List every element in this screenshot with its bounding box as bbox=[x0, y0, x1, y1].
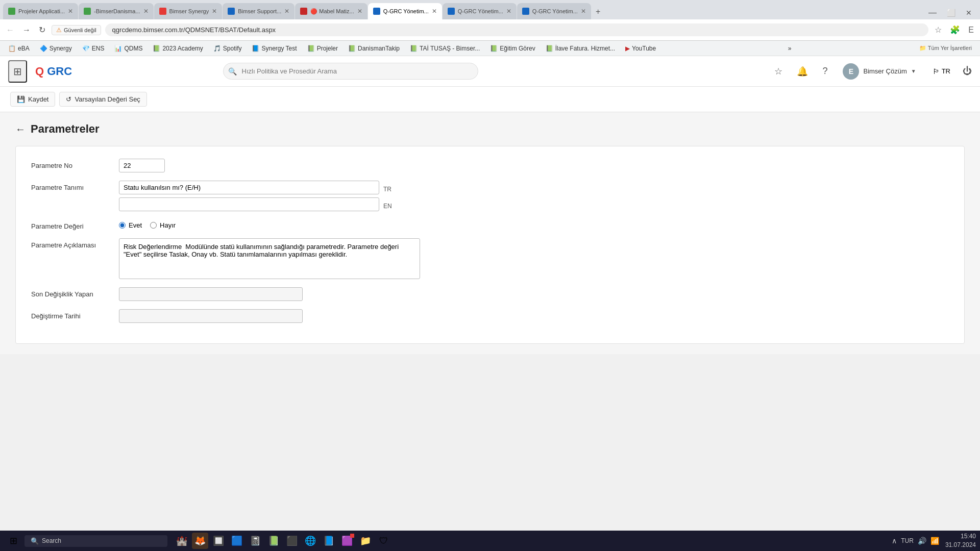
taskbar-network-icon[interactable]: 📶 bbox=[930, 537, 939, 545]
param-no-input[interactable] bbox=[119, 159, 165, 172]
tab-qgrc-2[interactable]: Q-GRC Yönetim... ✕ bbox=[443, 3, 517, 19]
radio-hayir-label[interactable]: Hayır bbox=[150, 221, 176, 229]
taskbar-clock[interactable]: 15:40 31.07.2024 bbox=[945, 532, 976, 549]
bookmark-star-button[interactable]: ☆ bbox=[933, 23, 944, 37]
user-profile[interactable]: E Bimser Çözüm ▼ bbox=[839, 61, 920, 82]
radio-evet-text: Evet bbox=[129, 221, 142, 229]
taskbar-app-teams[interactable]: 🟦 bbox=[229, 533, 245, 549]
minimize-button[interactable]: — bbox=[924, 6, 941, 19]
tab-close-icon[interactable]: ✕ bbox=[143, 8, 149, 15]
tab-close-icon[interactable]: ✕ bbox=[212, 8, 217, 15]
restore-button[interactable]: ⬜ bbox=[943, 7, 960, 19]
tab-close-icon[interactable]: ✕ bbox=[68, 8, 73, 15]
radio-hayir-input[interactable] bbox=[150, 222, 157, 229]
default-value-button[interactable]: ↺ Varsayılan Değeri Seç bbox=[59, 92, 146, 107]
extension-button[interactable]: 🧩 bbox=[948, 23, 962, 37]
security-badge: ⚠ Güvenli değil bbox=[52, 25, 101, 35]
page-toolbar: 💾 Kaydet ↺ Varsayılan Değeri Seç bbox=[0, 87, 980, 112]
save-button[interactable]: 💾 Kaydet bbox=[10, 92, 55, 107]
bookmark-youtube[interactable]: ▶ YouTube bbox=[621, 44, 660, 53]
tab-projeler[interactable]: Projeler Applicati... ✕ bbox=[3, 3, 78, 19]
bookmark-label: eBA bbox=[18, 45, 30, 52]
param-tanim-tr-input[interactable] bbox=[119, 181, 379, 194]
reload-button[interactable]: ↻ bbox=[37, 23, 47, 37]
taskbar-apps: 🏰 🦊 🔲 🟦 📓 📗 ⬛ 🌐 📘 🟪 📁 🛡 bbox=[174, 533, 392, 549]
app-search-input[interactable] bbox=[223, 63, 478, 80]
new-tab-button[interactable]: + bbox=[592, 4, 604, 19]
language-switcher[interactable]: 🏳 TR bbox=[928, 65, 954, 78]
tab-qgrc-active[interactable]: Q-GRC Yönetim... ✕ bbox=[368, 3, 442, 19]
bookmark-icon: 📘 bbox=[252, 45, 259, 52]
radio-evet-label[interactable]: Evet bbox=[119, 221, 142, 229]
bookmark-icon: 📗 bbox=[153, 45, 160, 52]
taskbar-speaker-icon[interactable]: 🔊 bbox=[918, 537, 926, 545]
bookmark-label: 2023 Academy bbox=[162, 45, 203, 52]
son-degisiklik-input[interactable] bbox=[119, 287, 303, 301]
bookmark-icon: ▶ bbox=[625, 45, 630, 52]
bookmark-synergy[interactable]: 🔷 Synergy bbox=[36, 44, 76, 53]
bookmark-ens[interactable]: 💎 ENS bbox=[78, 44, 109, 53]
tab-close-icon[interactable]: ✕ bbox=[581, 8, 586, 15]
back-button[interactable]: ← bbox=[15, 123, 26, 135]
bookmark-tai[interactable]: 📗 TAİ TUSAŞ - Bimser... bbox=[406, 44, 484, 53]
bookmark-synergy-test[interactable]: 📘 Synergy Test bbox=[248, 44, 301, 53]
bookmark-2023-academy[interactable]: 📗 2023 Academy bbox=[149, 44, 207, 53]
help-button[interactable]: ? bbox=[819, 63, 830, 80]
taskbar: ⊞ 🔍 Search 🏰 🦊 🔲 🟦 📓 📗 ⬛ 🌐 📘 🟪 📁 🛡 ∧ TUR… bbox=[0, 531, 980, 551]
taskbar-app-orange[interactable]: 🦊 bbox=[192, 533, 208, 549]
bookmark-spotify[interactable]: 🎵 Spotify bbox=[209, 44, 246, 53]
tab-close-icon[interactable]: ✕ bbox=[357, 8, 362, 15]
tab-close-icon[interactable]: ✕ bbox=[432, 8, 437, 15]
bookmark-projeler[interactable]: 📗 Projeler bbox=[303, 44, 342, 53]
taskbar-app-castle[interactable]: 🏰 bbox=[174, 533, 190, 549]
taskbar-app-excel[interactable]: 📗 bbox=[265, 533, 282, 549]
bookmark-egitim[interactable]: 📗 Eğitim Görev bbox=[486, 44, 539, 53]
bookmark-eba[interactable]: 📋 eBA bbox=[4, 44, 34, 53]
taskbar-app-dark[interactable]: ⬛ bbox=[284, 533, 300, 549]
tab-bimser-synergy[interactable]: Bimser Synergy ✕ bbox=[154, 3, 223, 19]
bookmark-qdms[interactable]: 📊 QDMS bbox=[110, 44, 146, 53]
bookmark-label: İlave Fatura. Hizmet... bbox=[555, 45, 615, 52]
close-window-button[interactable]: ✕ bbox=[962, 7, 976, 19]
taskbar-app-files[interactable]: 📁 bbox=[357, 533, 374, 549]
start-button[interactable]: ⊞ bbox=[4, 534, 22, 548]
user-initials: E bbox=[849, 67, 853, 76]
app-grid-button[interactable]: ⊞ bbox=[8, 60, 27, 83]
bookmark-icon: 📗 bbox=[490, 45, 498, 52]
logout-button[interactable]: ⏻ bbox=[963, 66, 972, 77]
param-aciklama-textarea[interactable]: Risk Değerlendirme Modülünde statü kulla… bbox=[119, 238, 420, 279]
taskbar-search[interactable]: 🔍 Search bbox=[24, 535, 167, 547]
taskbar-app-chrome[interactable]: 🌐 bbox=[302, 533, 318, 549]
tab-bimser-support[interactable]: Bimser Support... ✕ bbox=[223, 3, 295, 19]
param-tanim-inputs: TR EN bbox=[119, 181, 399, 211]
taskbar-app-word[interactable]: 📘 bbox=[321, 533, 337, 549]
notification-button[interactable]: 🔔 bbox=[794, 63, 811, 80]
star-button[interactable]: ☆ bbox=[771, 63, 786, 80]
tab-bimser-danisma[interactable]: -BimserDanisma... ✕ bbox=[79, 3, 153, 19]
address-actions: ☆ 🧩 E bbox=[933, 23, 976, 37]
taskbar-app-onenote[interactable]: 📓 bbox=[247, 533, 263, 549]
bookmark-danisman[interactable]: 📗 DanismanTakip bbox=[344, 44, 404, 53]
taskbar-app-shield[interactable]: 🛡 bbox=[376, 533, 392, 549]
taskbar-chevron-icon[interactable]: ∧ bbox=[892, 537, 897, 545]
tab-close-icon[interactable]: ✕ bbox=[284, 8, 289, 15]
taskbar-app-blue[interactable]: 🔲 bbox=[210, 533, 227, 549]
tab-close-icon[interactable]: ✕ bbox=[506, 8, 511, 15]
degistirme-tarihi-input[interactable] bbox=[119, 309, 303, 323]
tab-qgrc-3[interactable]: Q-GRC Yönetim... ✕ bbox=[517, 3, 591, 19]
bookmark-label: DanismanTakip bbox=[358, 45, 400, 52]
url-bar[interactable] bbox=[105, 23, 929, 36]
bookmark-more-button[interactable]: » bbox=[784, 44, 796, 53]
param-deger-label: Parametre Değeri bbox=[31, 219, 113, 230]
back-nav-button[interactable]: ← bbox=[4, 23, 16, 37]
bookmark-fatura[interactable]: 📗 İlave Fatura. Hizmet... bbox=[542, 44, 619, 53]
taskbar-app-teams2[interactable]: 🟪 bbox=[339, 533, 355, 549]
bookmark-label: Spotify bbox=[223, 45, 242, 52]
bookmark-label: Synergy Test bbox=[261, 45, 297, 52]
tab-mabel-matiz[interactable]: 🔴 Mabel Matiz... ✕ bbox=[295, 3, 368, 19]
forward-nav-button[interactable]: → bbox=[20, 23, 33, 37]
radio-evet-input[interactable] bbox=[119, 222, 126, 229]
profile-button[interactable]: E bbox=[966, 23, 976, 37]
tab-label: 🔴 Mabel Matiz... bbox=[310, 8, 354, 15]
param-tanim-en-input[interactable] bbox=[119, 197, 379, 211]
